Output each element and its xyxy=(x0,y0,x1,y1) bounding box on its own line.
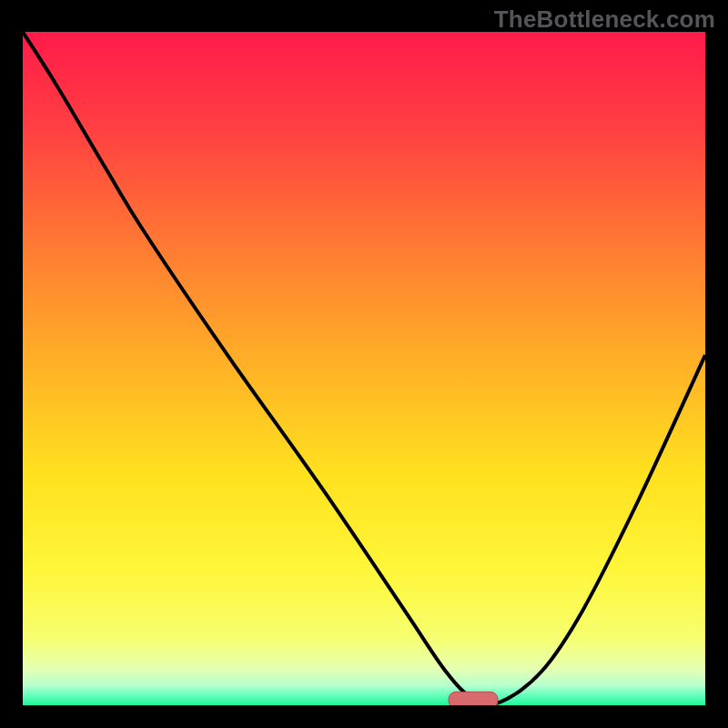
chart-background xyxy=(23,32,705,705)
watermark-text: TheBottleneck.com xyxy=(494,5,715,34)
optimal-marker xyxy=(449,692,498,705)
chart-frame: TheBottleneck.com xyxy=(0,0,728,728)
bottleneck-chart xyxy=(23,32,705,705)
chart-svg xyxy=(23,32,705,705)
